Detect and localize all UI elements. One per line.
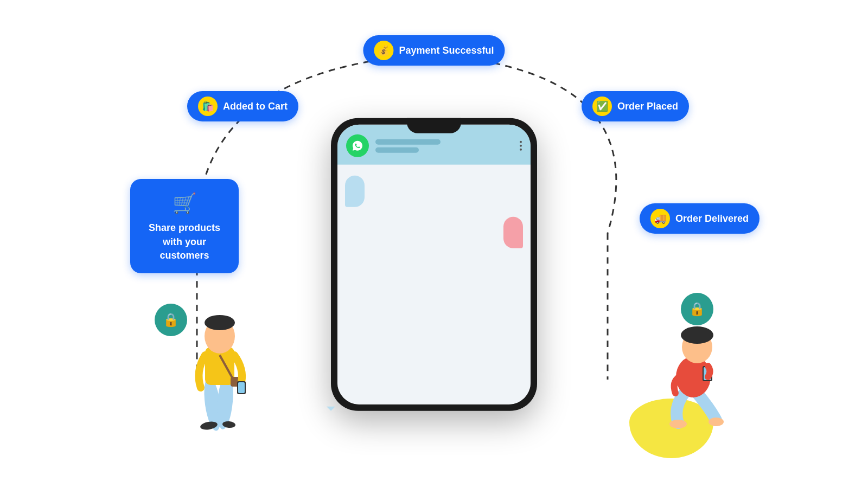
wa-dot-2	[520, 145, 522, 147]
svg-point-8	[205, 315, 235, 330]
wa-contact-info	[375, 139, 513, 152]
wa-dot-3	[520, 149, 522, 151]
chat-bubble-right	[503, 217, 523, 248]
cart-badge: 🛍️ Added to Cart	[187, 91, 298, 121]
cart-label: Added to Cart	[223, 101, 288, 112]
order-placed-label: Order Placed	[617, 101, 678, 112]
wa-dot-1	[520, 141, 522, 143]
wa-name-bar	[375, 139, 441, 144]
phone-mockup	[331, 118, 537, 411]
svg-point-15	[681, 326, 713, 344]
cart-icon: 🛍️	[198, 97, 218, 116]
person-right	[662, 282, 732, 434]
main-scene: 💰 Payment Successful 🛍️ Added to Cart ✅ …	[0, 0, 868, 488]
chat-bubble-left	[345, 176, 365, 207]
svg-rect-10	[238, 382, 245, 393]
order-placed-icon: ✅	[592, 97, 612, 116]
phone-notch	[407, 118, 461, 133]
whatsapp-logo	[350, 138, 365, 153]
order-placed-badge: ✅ Order Placed	[582, 91, 689, 121]
share-product-icon: 🛒	[173, 190, 197, 217]
payment-icon: 💰	[374, 41, 393, 60]
order-delivered-badge: 🚚 Order Delivered	[640, 203, 760, 234]
person-left	[190, 247, 250, 431]
svg-point-11	[669, 420, 687, 428]
svg-point-12	[709, 418, 724, 426]
wa-status-bar	[375, 147, 419, 152]
whatsapp-avatar	[346, 134, 369, 157]
order-delivered-label: Order Delivered	[675, 213, 749, 224]
lock-left: 🔒	[155, 304, 187, 336]
chat-area	[337, 165, 531, 404]
order-delivered-icon: 🚚	[650, 209, 670, 228]
payment-label: Payment Successful	[399, 45, 494, 56]
wa-menu-dots[interactable]	[520, 141, 522, 151]
payment-badge: 💰 Payment Successful	[363, 35, 505, 66]
